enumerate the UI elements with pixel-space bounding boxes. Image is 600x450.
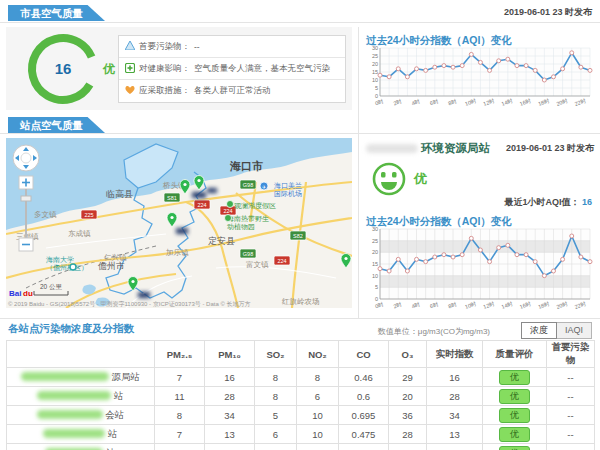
rating-badge: 优 xyxy=(499,389,530,404)
station-name: 环境资源局站 xyxy=(366,141,490,156)
aqi-gauge: 16 xyxy=(18,29,114,109)
map-label: 海南热带野生 xyxy=(227,215,269,223)
value-cell: 28 xyxy=(427,387,483,406)
value-cell: 11 xyxy=(155,387,205,406)
table-header-cell: PM₂.₅ xyxy=(155,341,205,368)
value-cell: 36 xyxy=(389,406,427,425)
svg-text:224: 224 xyxy=(223,208,232,214)
info-value: 空气质量令人满意，基本无空气污染 xyxy=(194,63,330,75)
map-compass-control[interactable] xyxy=(13,145,39,171)
map-blur-smudge xyxy=(207,188,217,193)
tab-station-air-quality: 站点空气质量 xyxy=(8,117,105,133)
value-cell: 24 xyxy=(205,444,255,450)
value-cell: 21 xyxy=(297,444,339,450)
svg-text:（儋州校区）: （儋州校区） xyxy=(46,264,88,272)
table-header-cell: NO₂ xyxy=(297,341,339,368)
svg-text:0: 0 xyxy=(375,296,378,302)
value-cell: 13 xyxy=(427,425,483,444)
station-name-cell: 站 xyxy=(7,444,155,450)
value-cell: 0.475 xyxy=(339,425,389,444)
value-cell: 10 xyxy=(297,406,339,425)
svg-text:10: 10 xyxy=(372,273,378,279)
divider xyxy=(0,318,600,319)
station-name-blur xyxy=(21,372,109,381)
station-name-suffix: 会站 xyxy=(103,409,125,420)
map-label: 观澜湖度假区 xyxy=(234,202,276,210)
aqi-info-box: 首要污染物：--对健康影响：空气质量令人满意，基本无空气污染应采取措施：各类人群… xyxy=(118,35,346,103)
value-cell: 7 xyxy=(155,368,205,387)
map-label: 海口市 xyxy=(229,160,263,172)
value-cell: 13 xyxy=(205,425,255,444)
station-name-blur xyxy=(366,144,418,153)
publish-date-top: 2019-06-01 23 时发布 xyxy=(504,6,592,19)
map-label: 富文镇 xyxy=(246,260,269,269)
toggle-iaqi[interactable]: IAQI xyxy=(557,322,592,339)
toggle-concentration[interactable]: 浓度 xyxy=(521,322,557,339)
value-cell: 7 xyxy=(155,425,205,444)
value-cell: 0.6 xyxy=(339,387,389,406)
table-header-cell: SO₂ xyxy=(255,341,297,368)
primary-pollutant-cell: -- xyxy=(547,425,595,444)
value-cell: 20 xyxy=(389,387,427,406)
svg-text:5: 5 xyxy=(375,85,378,91)
aqi-level-label: 优 xyxy=(103,61,115,78)
latest-aqi-value: 16 xyxy=(582,197,592,207)
value-cell: 0.695 xyxy=(339,406,389,425)
svg-text:5: 5 xyxy=(375,284,378,290)
svg-text:22时: 22时 xyxy=(574,300,587,310)
value-cell: 0.181 xyxy=(339,444,389,450)
station-name-cell: 站 xyxy=(7,387,155,406)
svg-text:224: 224 xyxy=(277,258,286,264)
station-name-suffix: 站 xyxy=(105,428,117,439)
svg-text:10: 10 xyxy=(372,77,378,83)
svg-text:8时: 8时 xyxy=(447,98,458,107)
value-cell: 34 xyxy=(205,406,255,425)
svg-text:10时: 10时 xyxy=(464,97,477,107)
svg-text:S81: S81 xyxy=(167,195,177,201)
measure-heart-icon xyxy=(125,85,135,97)
map-label: 海南大学 xyxy=(46,256,74,264)
rating-cell: 优 xyxy=(483,406,547,425)
info-row: 对健康影响：空气质量令人满意，基本无空气污染 xyxy=(119,58,345,80)
svg-text:15: 15 xyxy=(372,261,378,267)
svg-text:225: 225 xyxy=(84,212,93,218)
map-label: 加乐镇 xyxy=(165,248,189,257)
primary-pollutant-cell: -- xyxy=(547,387,595,406)
svg-text:20时: 20时 xyxy=(555,97,568,107)
svg-text:0: 0 xyxy=(375,93,378,99)
svg-text:12时: 12时 xyxy=(482,300,495,310)
svg-text:Bai: Bai xyxy=(9,289,21,298)
info-value: -- xyxy=(194,42,200,52)
table-header-cell: O₃ xyxy=(389,341,427,368)
unit-note: 数值单位：μg/m3(CO为mg/m3) xyxy=(378,326,490,337)
station-name-suffix: 站 xyxy=(103,447,115,450)
value-cell: 9 xyxy=(155,444,205,450)
baidu-map-canvas[interactable]: G98S81224224G98224225S82海口市桥头镇临高县多文镇东成镇三… xyxy=(6,138,352,308)
station-name-blur xyxy=(43,429,105,438)
svg-text:✈: ✈ xyxy=(262,184,266,190)
value-cell: 16 xyxy=(205,368,255,387)
value-cell: 16 xyxy=(427,368,483,387)
divider xyxy=(358,27,359,318)
svg-text:动植物园: 动植物园 xyxy=(227,223,255,231)
value-cell: 6 xyxy=(297,387,339,406)
map-blur-smudge xyxy=(192,192,206,198)
latest-aqi: 最近1小时AQI值： 16 xyxy=(504,196,592,209)
station-name-text: 环境资源局站 xyxy=(421,141,490,156)
map-label: 儋州市 xyxy=(97,261,125,271)
map-zoom-handle[interactable] xyxy=(21,196,31,201)
map-label: 多文镇 xyxy=(34,210,57,219)
station-map[interactable]: G98S81224224G98224225S82海口市桥头镇临高县多文镇东成镇三… xyxy=(6,138,352,308)
svg-text:2时: 2时 xyxy=(393,301,404,310)
rating-cell: 优 xyxy=(483,387,547,406)
smiley-face-icon xyxy=(370,160,410,200)
divider xyxy=(0,133,600,134)
value-cell: 8 xyxy=(155,406,205,425)
primary-pollutant-cell: -- xyxy=(547,444,595,450)
unit-toggle-group: 浓度 IAQI xyxy=(521,322,592,339)
svg-text:18时: 18时 xyxy=(537,300,550,310)
value-cell: 29 xyxy=(389,368,427,387)
table-row: 站9246210.181924优-- xyxy=(7,444,595,450)
value-cell: 8 xyxy=(255,368,297,387)
svg-text:S82: S82 xyxy=(293,233,303,239)
